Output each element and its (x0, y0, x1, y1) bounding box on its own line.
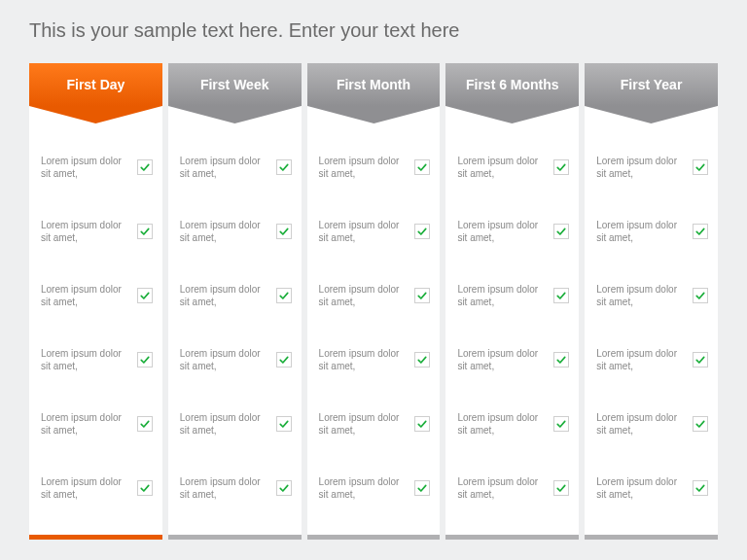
check-icon (553, 416, 569, 432)
page-title: This is your sample text here. Enter you… (29, 19, 718, 42)
list-item-text: Lorem ipsum dolor sit amet, (180, 219, 276, 245)
list-item-text: Lorem ipsum dolor sit amet, (180, 475, 276, 502)
check-icon (693, 480, 708, 496)
check-icon (553, 224, 569, 239)
list-item: Lorem ipsum dolor sit amet, (180, 263, 292, 328)
list-item: Lorem ipsum dolor sit amet, (41, 199, 153, 263)
column-2: First MonthLorem ipsum dolor sit amet,Lo… (307, 63, 441, 540)
list-item-text: Lorem ipsum dolor sit amet, (41, 219, 137, 245)
list-item: Lorem ipsum dolor sit amet, (180, 199, 292, 263)
check-icon (553, 159, 569, 175)
check-icon (414, 480, 430, 496)
list-item: Lorem ipsum dolor sit amet, (457, 328, 569, 392)
column-header-label: First Week (168, 63, 302, 106)
column-header: First Week (168, 63, 302, 123)
list-item-text: Lorem ipsum dolor sit amet, (457, 155, 553, 181)
check-icon (553, 352, 569, 368)
list-item: Lorem ipsum dolor sit amet, (596, 392, 708, 456)
list-item: Lorem ipsum dolor sit amet, (319, 199, 431, 263)
list-item: Lorem ipsum dolor sit amet, (596, 135, 708, 199)
column-3: First 6 MonthsLorem ipsum dolor sit amet… (445, 63, 579, 540)
column-header-label: First 6 Months (445, 63, 579, 106)
list-item: Lorem ipsum dolor sit amet, (457, 135, 569, 199)
list-item: Lorem ipsum dolor sit amet, (180, 392, 292, 456)
check-icon (414, 159, 430, 175)
column-header: First Day (29, 63, 162, 123)
check-icon (137, 159, 153, 175)
column-footer-bar (307, 535, 441, 540)
list-item-text: Lorem ipsum dolor sit amet, (457, 411, 553, 438)
check-icon (693, 288, 708, 303)
check-icon (693, 352, 708, 368)
list-item: Lorem ipsum dolor sit amet, (457, 456, 569, 520)
list-item: Lorem ipsum dolor sit amet, (457, 263, 569, 328)
list-item-text: Lorem ipsum dolor sit amet, (41, 283, 137, 309)
check-icon (276, 352, 292, 368)
list-item-text: Lorem ipsum dolor sit amet, (457, 219, 553, 245)
check-icon (693, 159, 708, 175)
list-item: Lorem ipsum dolor sit amet, (457, 199, 569, 263)
column-body: Lorem ipsum dolor sit amet,Lorem ipsum d… (445, 123, 579, 535)
list-item: Lorem ipsum dolor sit amet, (596, 263, 708, 328)
check-icon (414, 288, 430, 303)
check-icon (414, 224, 430, 239)
svg-marker-1 (168, 106, 302, 123)
svg-marker-3 (445, 106, 579, 123)
list-item-text: Lorem ipsum dolor sit amet, (319, 155, 415, 181)
column-header-label: First Month (307, 63, 441, 106)
column-footer-bar (168, 535, 302, 540)
list-item-text: Lorem ipsum dolor sit amet, (319, 283, 415, 309)
list-item: Lorem ipsum dolor sit amet, (41, 456, 153, 520)
list-item: Lorem ipsum dolor sit amet, (319, 328, 431, 392)
list-item: Lorem ipsum dolor sit amet, (596, 456, 708, 520)
column-header-label: First Day (29, 63, 162, 106)
check-icon (276, 416, 292, 432)
list-item: Lorem ipsum dolor sit amet, (180, 456, 292, 520)
list-item-text: Lorem ipsum dolor sit amet, (457, 347, 553, 373)
list-item-text: Lorem ipsum dolor sit amet, (180, 155, 276, 181)
list-item: Lorem ipsum dolor sit amet, (319, 456, 431, 520)
list-item-text: Lorem ipsum dolor sit amet, (319, 219, 415, 245)
list-item-text: Lorem ipsum dolor sit amet, (319, 411, 415, 438)
list-item: Lorem ipsum dolor sit amet, (41, 263, 153, 328)
check-icon (553, 480, 569, 496)
check-icon (276, 480, 292, 496)
list-item: Lorem ipsum dolor sit amet, (319, 263, 431, 328)
check-icon (414, 352, 430, 368)
list-item: Lorem ipsum dolor sit amet, (596, 199, 708, 263)
list-item-text: Lorem ipsum dolor sit amet, (41, 411, 137, 438)
list-item-text: Lorem ipsum dolor sit amet, (41, 347, 137, 373)
list-item: Lorem ipsum dolor sit amet, (41, 328, 153, 392)
column-header: First Year (585, 63, 718, 123)
svg-marker-2 (307, 106, 441, 123)
list-item-text: Lorem ipsum dolor sit amet, (457, 475, 553, 502)
svg-marker-0 (29, 106, 162, 123)
column-0: First DayLorem ipsum dolor sit amet,Lore… (29, 63, 162, 540)
column-body: Lorem ipsum dolor sit amet,Lorem ipsum d… (29, 123, 162, 535)
column-container: First DayLorem ipsum dolor sit amet,Lore… (29, 63, 718, 540)
column-footer-bar (445, 535, 579, 540)
column-body: Lorem ipsum dolor sit amet,Lorem ipsum d… (585, 123, 718, 535)
column-header: First 6 Months (445, 63, 579, 123)
check-icon (276, 288, 292, 303)
column-1: First WeekLorem ipsum dolor sit amet,Lor… (168, 63, 302, 540)
list-item-text: Lorem ipsum dolor sit amet, (180, 347, 276, 373)
list-item-text: Lorem ipsum dolor sit amet, (596, 155, 693, 181)
list-item-text: Lorem ipsum dolor sit amet, (180, 283, 276, 309)
check-icon (414, 416, 430, 432)
list-item: Lorem ipsum dolor sit amet, (319, 135, 431, 199)
column-header-label: First Year (585, 63, 718, 106)
list-item-text: Lorem ipsum dolor sit amet, (596, 475, 693, 502)
svg-marker-4 (585, 106, 718, 123)
list-item-text: Lorem ipsum dolor sit amet, (596, 219, 693, 245)
column-4: First YearLorem ipsum dolor sit amet,Lor… (585, 63, 718, 540)
list-item: Lorem ipsum dolor sit amet, (180, 328, 292, 392)
check-icon (693, 224, 708, 239)
list-item: Lorem ipsum dolor sit amet, (596, 328, 708, 392)
check-icon (137, 480, 153, 496)
column-body: Lorem ipsum dolor sit amet,Lorem ipsum d… (168, 123, 302, 535)
check-icon (276, 224, 292, 239)
check-icon (693, 416, 708, 432)
list-item-text: Lorem ipsum dolor sit amet, (596, 411, 693, 438)
column-body: Lorem ipsum dolor sit amet,Lorem ipsum d… (307, 123, 441, 535)
